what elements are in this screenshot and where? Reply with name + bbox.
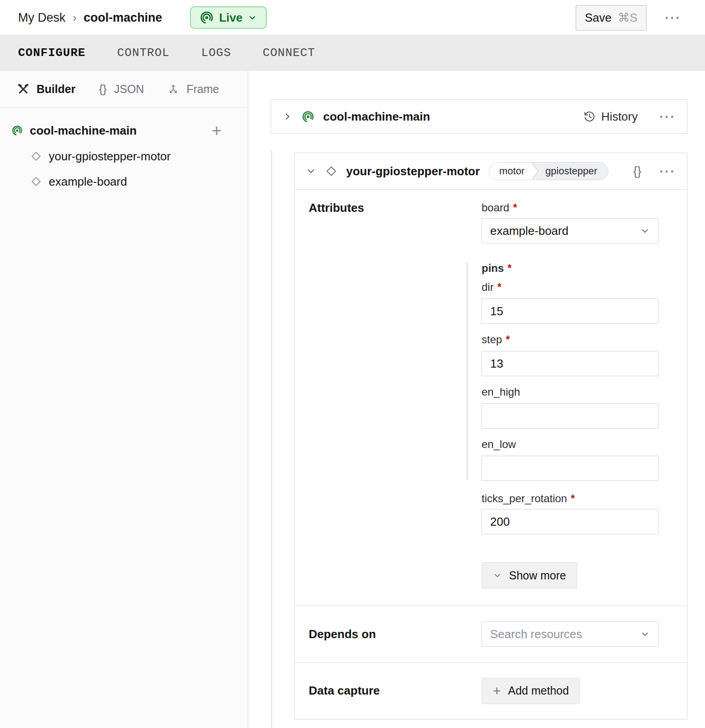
- component-diamond-icon: [31, 176, 42, 187]
- show-more-button[interactable]: Show more: [482, 562, 577, 588]
- data-capture-section: Data capture + Add method: [295, 662, 687, 719]
- show-more-label: Show more: [509, 569, 566, 582]
- en-low-label: en_low: [482, 438, 659, 451]
- en-low-field: en_low: [482, 438, 659, 481]
- nesting-guide-line: [271, 150, 272, 728]
- ticks-per-rotation-label: ticks_per_rotation: [482, 492, 659, 505]
- board-select[interactable]: example-board: [482, 218, 659, 243]
- tab-connect[interactable]: CONNECT: [263, 46, 315, 60]
- resource-card-menu-icon[interactable]: ⋯: [659, 163, 675, 179]
- history-button[interactable]: History: [583, 110, 638, 124]
- viam-part-icon: [302, 111, 314, 123]
- depends-on-heading: Depends on: [309, 627, 482, 641]
- badge-chevron-divider-icon: [532, 163, 539, 180]
- add-method-button[interactable]: + Add method: [482, 678, 580, 704]
- step-label: step: [482, 333, 659, 346]
- mode-tab-frame-label: Frame: [186, 83, 219, 96]
- content-shell: Builder {} JSON Frame: [0, 70, 705, 728]
- attributes-heading: Attributes: [309, 201, 482, 588]
- tree-item-main-part-label: cool-machine-main: [30, 124, 137, 138]
- part-card: cool-machine-main History ⋯: [271, 99, 687, 134]
- main-panel: cool-machine-main History ⋯: [248, 70, 705, 728]
- machine-tab-bar: CONFIGURE CONTROL LOGS CONNECT: [0, 35, 705, 70]
- en-high-label: en_high: [482, 385, 659, 399]
- data-capture-form: + Add method: [482, 678, 659, 704]
- part-card-title: cool-machine-main: [323, 110, 430, 124]
- chevron-down-icon: [640, 226, 650, 236]
- tree-item-example-board-label: example-board: [49, 175, 127, 189]
- pins-label: pins: [482, 261, 659, 275]
- component-diamond-icon: [31, 151, 42, 162]
- breadcrumb-parent[interactable]: My Desk: [18, 11, 65, 25]
- dir-input[interactable]: [482, 299, 659, 324]
- dir-field: dir: [482, 280, 659, 324]
- tree-item-example-board[interactable]: example-board: [31, 172, 248, 191]
- breadcrumb: My Desk › cool-machine: [18, 11, 162, 25]
- step-input[interactable]: [482, 351, 659, 376]
- edit-json-braces-icon[interactable]: {}: [633, 164, 641, 178]
- builder-tools-icon: [17, 83, 29, 95]
- json-braces-icon: {}: [99, 82, 107, 96]
- save-button[interactable]: Save ⌘S: [575, 5, 647, 31]
- chevron-down-icon: [248, 13, 257, 22]
- live-status-label: Live: [219, 11, 242, 25]
- en-low-input[interactable]: [482, 456, 659, 481]
- more-menu-icon[interactable]: ⋯: [664, 9, 681, 26]
- component-diamond-icon: [325, 165, 337, 177]
- add-method-label: Add method: [508, 684, 569, 697]
- board-select-value: example-board: [490, 224, 568, 238]
- history-clock-icon: [583, 110, 596, 123]
- viam-live-icon: [200, 11, 213, 24]
- breadcrumb-separator-icon: ›: [73, 11, 76, 24]
- tree-item-gpiostepper-motor[interactable]: your-gpiostepper-motor: [31, 147, 248, 166]
- add-resource-plus-icon[interactable]: +: [212, 122, 222, 139]
- mode-tab-builder[interactable]: Builder: [17, 83, 75, 96]
- step-field: step: [482, 333, 659, 376]
- resource-card-header: your-gpiostepper-motor motor gpiostepper…: [295, 153, 687, 190]
- attributes-form: board example-board pins dir: [482, 201, 659, 588]
- board-field: board example-board: [482, 201, 659, 243]
- depends-on-section: Depends on Search resources: [295, 606, 687, 662]
- depends-on-form: Search resources: [482, 621, 659, 647]
- board-label: board: [482, 201, 659, 215]
- history-button-label: History: [601, 110, 638, 124]
- plus-icon: +: [493, 684, 501, 698]
- dir-label: dir: [482, 280, 659, 294]
- en-high-field: en_high: [482, 385, 659, 429]
- en-high-input[interactable]: [482, 403, 659, 429]
- mode-tab-json-label: JSON: [114, 83, 144, 96]
- ticks-per-rotation-input[interactable]: [482, 509, 659, 534]
- data-capture-heading: Data capture: [309, 684, 482, 698]
- mode-tab-frame[interactable]: Frame: [167, 83, 219, 96]
- breadcrumb-current: cool-machine: [83, 11, 162, 25]
- viam-part-icon: [12, 125, 23, 136]
- resource-card: your-gpiostepper-motor motor gpiostepper…: [294, 153, 687, 719]
- tab-configure[interactable]: CONFIGURE: [18, 46, 85, 60]
- save-shortcut-hint: ⌘S: [618, 11, 637, 25]
- top-bar: My Desk › cool-machine Live Save ⌘S ⋯: [0, 0, 705, 35]
- mode-tab-builder-label: Builder: [37, 83, 75, 96]
- tree-item-gpiostepper-motor-label: your-gpiostepper-motor: [49, 149, 171, 163]
- ticks-per-rotation-field: ticks_per_rotation: [482, 492, 659, 534]
- search-resources-select[interactable]: Search resources: [482, 621, 659, 647]
- part-card-menu-icon[interactable]: ⋯: [659, 108, 675, 125]
- mode-tab-json[interactable]: {} JSON: [99, 82, 144, 96]
- chevron-down-icon: [493, 571, 502, 580]
- live-status-badge[interactable]: Live: [190, 6, 267, 29]
- chevron-down-icon[interactable]: [306, 167, 315, 176]
- tab-logs[interactable]: LOGS: [201, 46, 231, 60]
- resource-type-badge: motor: [489, 163, 532, 180]
- search-resources-placeholder: Search resources: [490, 627, 582, 641]
- chevron-right-icon[interactable]: [283, 112, 292, 121]
- chevron-down-icon: [640, 629, 650, 639]
- attributes-section: Attributes board example-board pins: [295, 190, 687, 606]
- resource-model-badge: gpiostepper: [532, 163, 608, 180]
- save-button-label: Save: [585, 11, 612, 25]
- frame-axes-icon: [167, 83, 179, 95]
- view-mode-tabs: Builder {} JSON Frame: [0, 70, 248, 108]
- tab-control[interactable]: CONTROL: [117, 46, 169, 60]
- pins-group: pins dir step en_high: [482, 261, 659, 481]
- tree-item-main-part[interactable]: cool-machine-main +: [12, 121, 248, 140]
- sidebar: Builder {} JSON Frame: [0, 70, 248, 728]
- resource-type-model-badge: motor gpiostepper: [489, 162, 608, 180]
